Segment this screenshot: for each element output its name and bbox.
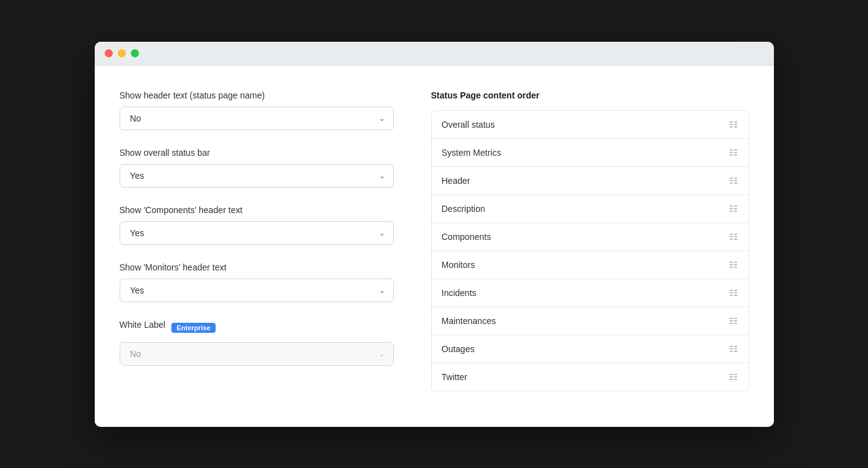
svg-rect-22 bbox=[730, 211, 733, 212]
order-item-header[interactable]: Header bbox=[432, 167, 748, 195]
svg-rect-40 bbox=[730, 295, 733, 296]
order-item-label: Monitors bbox=[442, 260, 475, 270]
drag-handle-icon bbox=[728, 260, 738, 270]
drag-handle-icon bbox=[728, 288, 738, 298]
maximize-button[interactable] bbox=[131, 49, 139, 57]
order-item-label: Overall status bbox=[442, 120, 495, 130]
svg-rect-25 bbox=[734, 234, 737, 235]
svg-rect-39 bbox=[734, 292, 737, 294]
svg-rect-2 bbox=[730, 124, 733, 125]
drag-handle-icon bbox=[728, 204, 738, 214]
order-item-overall-status[interactable]: Overall status bbox=[432, 111, 748, 139]
svg-rect-33 bbox=[734, 264, 737, 265]
svg-rect-13 bbox=[734, 178, 737, 179]
select-wrapper-header-text: No ⌄ bbox=[120, 107, 394, 130]
svg-rect-6 bbox=[730, 150, 733, 151]
order-item-components[interactable]: Components bbox=[432, 223, 748, 251]
svg-rect-11 bbox=[734, 155, 737, 156]
svg-rect-56 bbox=[730, 376, 733, 378]
titlebar bbox=[95, 42, 774, 65]
svg-rect-44 bbox=[730, 320, 733, 322]
select-wrapper-overall-status: Yes ⌄ bbox=[120, 164, 394, 188]
svg-rect-42 bbox=[730, 318, 733, 319]
svg-rect-32 bbox=[730, 264, 733, 265]
content-order-list: Overall status System Metrics Header bbox=[431, 110, 749, 391]
svg-rect-28 bbox=[730, 239, 733, 240]
svg-rect-3 bbox=[734, 124, 737, 125]
order-item-description[interactable]: Description bbox=[432, 195, 748, 223]
svg-rect-19 bbox=[734, 206, 737, 207]
content-order-title: Status Page content order bbox=[431, 90, 749, 100]
minimize-button[interactable] bbox=[118, 49, 126, 57]
order-item-label: Components bbox=[442, 232, 491, 242]
field-group-overall-status: Show overall status bar Yes ⌄ bbox=[120, 148, 394, 188]
svg-rect-46 bbox=[730, 323, 733, 324]
svg-rect-57 bbox=[734, 376, 737, 378]
svg-rect-14 bbox=[730, 180, 733, 181]
svg-rect-49 bbox=[734, 346, 737, 347]
svg-rect-4 bbox=[730, 127, 733, 128]
order-item-label: Twitter bbox=[442, 372, 467, 382]
drag-handle-icon bbox=[728, 148, 738, 158]
svg-rect-59 bbox=[734, 379, 737, 380]
order-item-twitter[interactable]: Twitter bbox=[432, 363, 748, 391]
enterprise-badge: Enterprise bbox=[171, 323, 215, 333]
order-item-monitors[interactable]: Monitors bbox=[432, 251, 748, 279]
app-window: Show header text (status page name) No ⌄… bbox=[95, 42, 774, 427]
select-header-text[interactable]: No bbox=[120, 107, 394, 130]
svg-rect-41 bbox=[734, 295, 737, 296]
svg-rect-23 bbox=[734, 211, 737, 212]
svg-rect-18 bbox=[730, 206, 733, 207]
order-item-label: Maintenances bbox=[442, 316, 496, 326]
svg-rect-15 bbox=[734, 180, 737, 181]
svg-rect-7 bbox=[734, 150, 737, 151]
svg-rect-0 bbox=[730, 122, 733, 123]
order-item-system-metrics[interactable]: System Metrics bbox=[432, 139, 748, 167]
svg-rect-47 bbox=[734, 323, 737, 324]
svg-rect-21 bbox=[734, 208, 737, 209]
svg-rect-1 bbox=[734, 122, 737, 123]
field-group-components-header: Show 'Components' header text Yes ⌄ bbox=[120, 205, 394, 245]
svg-rect-24 bbox=[730, 234, 733, 235]
select-white-label: No bbox=[120, 342, 394, 366]
svg-rect-27 bbox=[734, 236, 737, 237]
svg-rect-36 bbox=[730, 290, 733, 291]
white-label-row: White Label Enterprise bbox=[120, 320, 394, 336]
svg-rect-54 bbox=[730, 374, 733, 375]
svg-rect-45 bbox=[734, 320, 737, 322]
svg-rect-10 bbox=[730, 155, 733, 156]
drag-handle-icon bbox=[728, 120, 738, 130]
select-components-header[interactable]: Yes bbox=[120, 221, 394, 245]
select-monitors-header[interactable]: Yes bbox=[120, 279, 394, 302]
select-wrapper-monitors-header: Yes ⌄ bbox=[120, 279, 394, 302]
svg-rect-34 bbox=[730, 267, 733, 268]
close-button[interactable] bbox=[105, 49, 113, 57]
select-wrapper-white-label: No ⌄ bbox=[120, 342, 394, 366]
field-label-header-text: Show header text (status page name) bbox=[120, 90, 394, 100]
svg-rect-9 bbox=[734, 152, 737, 153]
drag-handle-icon bbox=[728, 372, 738, 382]
svg-rect-55 bbox=[734, 374, 737, 375]
svg-rect-12 bbox=[730, 178, 733, 179]
order-item-outages[interactable]: Outages bbox=[432, 335, 748, 363]
field-label-overall-status: Show overall status bar bbox=[120, 148, 394, 158]
order-item-maintenances[interactable]: Maintenances bbox=[432, 307, 748, 335]
field-group-white-label: White Label Enterprise No ⌄ bbox=[120, 320, 394, 366]
svg-rect-48 bbox=[730, 346, 733, 347]
svg-rect-51 bbox=[734, 348, 737, 350]
svg-rect-43 bbox=[734, 318, 737, 319]
drag-handle-icon bbox=[728, 344, 738, 354]
order-item-label: Header bbox=[442, 176, 470, 186]
order-item-incidents[interactable]: Incidents bbox=[432, 279, 748, 307]
order-item-label: Outages bbox=[442, 344, 475, 354]
order-item-label: Incidents bbox=[442, 288, 477, 298]
svg-rect-37 bbox=[734, 290, 737, 291]
svg-rect-35 bbox=[734, 267, 737, 268]
svg-rect-38 bbox=[730, 292, 733, 294]
order-item-label: Description bbox=[442, 204, 485, 214]
select-overall-status[interactable]: Yes bbox=[120, 164, 394, 188]
field-label-components-header: Show 'Components' header text bbox=[120, 205, 394, 215]
svg-rect-29 bbox=[734, 239, 737, 240]
drag-handle-icon bbox=[728, 232, 738, 242]
svg-rect-58 bbox=[730, 379, 733, 380]
